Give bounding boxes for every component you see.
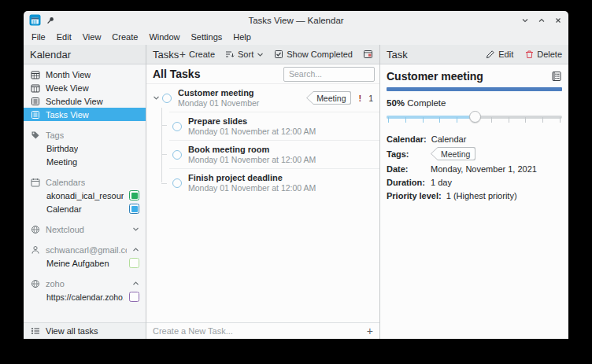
sidebar-list: Month View Week View Schedule View Tasks…: [24, 64, 146, 322]
sidebar-account-zoho[interactable]: zoho: [24, 277, 146, 290]
progress-slider[interactable]: [387, 111, 562, 124]
task-complete-circle[interactable]: [172, 178, 182, 188]
task-row-subtask[interactable]: Book meeting room Monday 01 November at …: [169, 140, 379, 168]
menu-view[interactable]: View: [77, 30, 107, 44]
menu-settings[interactable]: Settings: [186, 30, 228, 44]
akonadi-calendar-checkbox[interactable]: [129, 190, 139, 200]
task-date: Monday 01 November: [178, 98, 259, 108]
schedule-list-icon: [31, 97, 40, 106]
checked-box-icon: [274, 50, 283, 59]
create-button[interactable]: + Create: [179, 50, 215, 59]
sidebar-calendar-akonadi[interactable]: akonadi_ical_resource_17: [24, 189, 146, 202]
meeting-tag-chip: Meeting: [306, 91, 351, 105]
sidebar-tag-birthday[interactable]: Birthday: [24, 142, 146, 155]
person-icon: [31, 245, 40, 255]
task-row-parent[interactable]: Customer meeting Monday 01 November Meet…: [146, 84, 379, 112]
sort-icon: [225, 50, 235, 59]
sidebar-item-month-view[interactable]: Month View: [24, 68, 146, 81]
minimize-button[interactable]: [520, 16, 530, 25]
list-bullets-icon: [31, 326, 40, 336]
plus-icon: +: [179, 50, 186, 58]
calendar-color-bar: [387, 87, 562, 91]
tasks-list-header: All Tasks: [146, 64, 379, 84]
add-task-plus-icon[interactable]: +: [367, 325, 373, 337]
view-all-tasks-button[interactable]: View all tasks: [24, 322, 146, 339]
tasks-list-icon: [31, 110, 40, 119]
chevron-up-icon: [132, 246, 139, 253]
journal-icon: [551, 71, 562, 82]
edit-button[interactable]: Edit: [486, 50, 513, 59]
task-detail-content: Customer meeting 50% Complete: [380, 64, 568, 339]
task-detail-header: Task Edit Delete: [380, 45, 568, 64]
chevron-down-icon: [257, 51, 264, 58]
menu-window[interactable]: Window: [143, 30, 185, 44]
sidebar-item-week-view[interactable]: Week View: [24, 81, 146, 94]
titlebar[interactable]: Tasks View — Kalendar: [24, 11, 568, 29]
pin-icon[interactable]: [46, 16, 55, 25]
calendar-checkbox[interactable]: [129, 204, 139, 214]
collapse-chevron-icon[interactable]: [151, 94, 161, 101]
field-tags: Tags: Meeting: [387, 147, 562, 160]
task-title: Customer meeting: [178, 87, 259, 98]
meeting-tag-chip: Meeting: [431, 147, 475, 160]
sidebar-section-tags[interactable]: Tags: [24, 128, 146, 142]
pencil-icon: [486, 50, 495, 59]
priority-value: 1: [368, 94, 373, 103]
tasks-panel: Tasks + Create Sort Show Completed: [146, 45, 380, 339]
menu-file[interactable]: File: [26, 30, 51, 44]
sidebar-account-nextcloud[interactable]: Nextcloud: [24, 222, 146, 236]
menu-edit[interactable]: Edit: [51, 30, 77, 44]
detail-title: Customer meeting: [387, 70, 483, 83]
close-button[interactable]: [553, 16, 563, 25]
menu-create[interactable]: Create: [106, 30, 143, 44]
task-complete-circle[interactable]: [172, 150, 182, 160]
all-tasks-title: All Tasks: [153, 68, 200, 80]
sidebar-calendar-calendar[interactable]: Calendar: [24, 202, 146, 215]
calendar-month-icon: [31, 70, 40, 79]
task-complete-circle[interactable]: [162, 94, 172, 103]
sidebar-calendar-meine-aufgaben[interactable]: Meine Aufgaben: [24, 256, 146, 270]
chevron-down-icon: [132, 226, 139, 233]
kalendar-app-icon: [29, 14, 41, 26]
menu-help[interactable]: Help: [228, 30, 257, 44]
globe-icon: [31, 279, 40, 289]
sidebar-tag-meeting[interactable]: Meeting: [24, 155, 146, 168]
tag-icon: [31, 131, 40, 140]
field-priority: Priority level: 1 (Highest priority): [387, 190, 562, 200]
delete-button[interactable]: Delete: [525, 50, 562, 59]
sidebar-header: Kalendar: [24, 45, 146, 64]
sidebar-calendar-zoho-url[interactable]: https://calendar.zoho.eu/caldav/b...: [24, 290, 146, 303]
chevron-up-icon: [132, 280, 139, 287]
sort-button[interactable]: Sort: [225, 50, 264, 59]
field-duration: Duration: 1 day: [387, 177, 562, 187]
globe-icon: [31, 225, 40, 234]
sidebar-item-schedule-view[interactable]: Schedule View: [24, 94, 146, 108]
window-title: Tasks View — Kalendar: [102, 16, 490, 25]
slider-handle[interactable]: [469, 111, 481, 123]
task-row-subtask[interactable]: Finish project deadline Monday 01 Novemb…: [169, 168, 379, 197]
menubar: File Edit View Create Window Settings He…: [24, 29, 568, 45]
field-date: Date: Monday, November 1, 2021: [387, 164, 562, 174]
sidebar-section-calendars[interactable]: Calendars: [24, 175, 146, 189]
task-list: Customer meeting Monday 01 November Meet…: [146, 84, 379, 322]
create-new-task-field[interactable]: Create a New Task... +: [146, 322, 379, 339]
search-input[interactable]: [283, 67, 375, 82]
zoho-calendar-checkbox[interactable]: [129, 292, 139, 302]
maximize-button[interactable]: [537, 16, 546, 25]
task-complete-circle[interactable]: [172, 122, 182, 131]
subtask-group: Prepare slides Monday 01 November at 12:…: [146, 112, 379, 197]
priority-flag-icon: !: [358, 94, 361, 103]
meine-aufgaben-checkbox[interactable]: [129, 258, 139, 268]
toggle-task-view-button[interactable]: [363, 50, 373, 59]
sidebar-account-gmail[interactable]: schwancarl@gmail.com: [24, 243, 146, 256]
sidebar-item-tasks-view[interactable]: Tasks View: [24, 108, 146, 121]
progress-label: 50% Complete: [387, 98, 562, 108]
task-detail-panel: Task Edit Delete Customer meeting: [380, 45, 568, 339]
sidebar: Kalendar Month View Week View Schedule V…: [24, 45, 146, 339]
calendars-icon: [31, 178, 40, 187]
trash-icon: [525, 50, 534, 59]
show-completed-button[interactable]: Show Completed: [274, 50, 353, 59]
task-row-subtask[interactable]: Prepare slides Monday 01 November at 12:…: [169, 112, 379, 140]
tasks-panel-header: Tasks + Create Sort Show Completed: [146, 45, 379, 64]
calendar-week-icon: [31, 83, 40, 93]
